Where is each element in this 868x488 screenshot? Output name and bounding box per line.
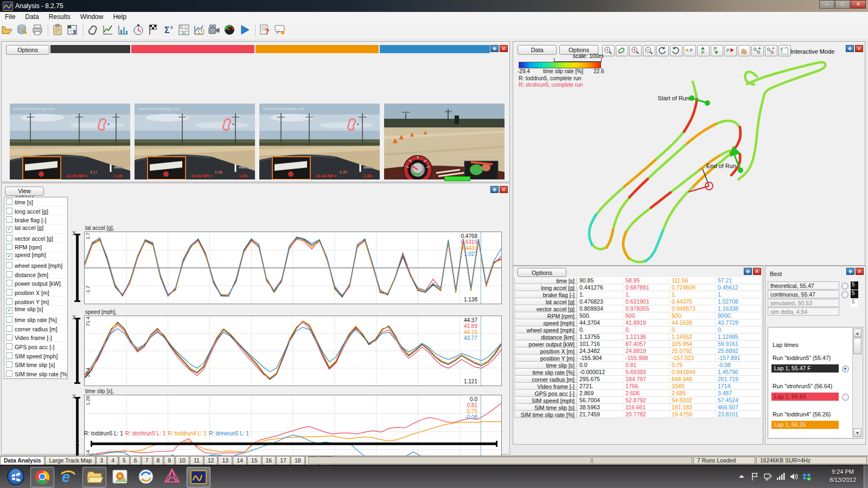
row-label[interactable]: time [s] bbox=[514, 277, 577, 284]
interactive-mode-checkbox[interactable]: Interactive Mode bbox=[780, 47, 834, 55]
view-options-button[interactable]: View options bbox=[5, 187, 44, 196]
checkbox[interactable] bbox=[6, 316, 12, 323]
analysis-app-icon[interactable] bbox=[187, 467, 210, 487]
flag-icon[interactable] bbox=[750, 472, 760, 481]
panel-move-icon[interactable]: ✥ bbox=[846, 45, 854, 52]
start-orb-icon[interactable] bbox=[4, 467, 27, 486]
scroll-thumb[interactable] bbox=[853, 338, 861, 354]
view-option-item[interactable]: corner radius [m] bbox=[4, 324, 67, 333]
view-option-item[interactable]: time slip rate [%] bbox=[4, 315, 67, 324]
view-option-item[interactable]: SIM speed [mph] bbox=[4, 351, 67, 361]
maximize-button[interactable]: □ bbox=[835, 0, 850, 9]
panel-move-icon[interactable]: ✥ bbox=[490, 45, 499, 52]
lap-times-scrollbar[interactable]: ▲ ▼ bbox=[852, 328, 862, 438]
interactive-mode-box[interactable] bbox=[782, 48, 788, 54]
row-label[interactable]: RPM [rpm] bbox=[514, 312, 577, 319]
minimize-button[interactable]: ─ bbox=[819, 0, 834, 9]
view-option-item[interactable]: SIM time slip [s] bbox=[4, 360, 67, 369]
track-edit-icon[interactable] bbox=[86, 23, 100, 37]
lap-bar[interactable]: Lap 1, 56.26 bbox=[771, 421, 839, 429]
volume-icon[interactable] bbox=[789, 472, 799, 481]
panel-close-icon[interactable]: ✕ bbox=[500, 45, 508, 52]
row-label[interactable]: long accel [g] bbox=[514, 284, 577, 291]
view-option-item[interactable]: wheel speed [mph] bbox=[4, 261, 67, 270]
view-option-item[interactable]: position Y [m] bbox=[4, 297, 67, 306]
tab-10[interactable]: 10 bbox=[175, 456, 189, 465]
chrome-icon[interactable] bbox=[30, 467, 54, 487]
tab-7[interactable]: 7 bbox=[142, 456, 152, 465]
sync-icon[interactable] bbox=[135, 467, 157, 486]
view-option-item[interactable]: long accel [g] bbox=[4, 207, 67, 216]
show-desktop-button[interactable] bbox=[864, 465, 868, 488]
checkbox[interactable] bbox=[6, 262, 12, 268]
tab-16[interactable]: 16 bbox=[262, 456, 276, 465]
clipboard-icon[interactable] bbox=[51, 23, 65, 37]
stopwatch-icon[interactable] bbox=[132, 23, 146, 37]
checkbox[interactable] bbox=[6, 361, 12, 368]
panel-move-icon[interactable]: ✥ bbox=[744, 268, 752, 275]
video-camera-icon[interactable] bbox=[208, 23, 222, 37]
checkbox[interactable] bbox=[6, 280, 12, 286]
row-label[interactable]: SIM time slip rate [%] bbox=[514, 411, 577, 418]
bar-chart-icon[interactable] bbox=[117, 23, 131, 37]
gauge-icon[interactable] bbox=[223, 23, 237, 37]
checkbox[interactable] bbox=[6, 298, 12, 305]
best-radio[interactable] bbox=[841, 282, 848, 290]
open-file-icon[interactable] bbox=[1, 23, 15, 37]
row-label[interactable]: GPS pos acc [-] bbox=[514, 390, 577, 397]
view-option-item[interactable]: GPS pos acc [-] bbox=[4, 342, 67, 351]
play-run-icon[interactable] bbox=[238, 23, 252, 37]
tab-4[interactable]: 4 bbox=[107, 456, 118, 465]
panel-close-icon[interactable]: ✕ bbox=[753, 268, 761, 275]
lap-radio[interactable] bbox=[842, 365, 849, 373]
checkbox[interactable] bbox=[6, 289, 12, 296]
view-option-item[interactable]: brake flag [-] bbox=[4, 215, 67, 224]
chart-plot[interactable]: 0.47680.63190.44371.0271.138 bbox=[84, 232, 502, 304]
finish-flag-icon[interactable] bbox=[147, 23, 161, 37]
row-label[interactable]: position Y [m] bbox=[514, 355, 577, 362]
view-option-item[interactable]: RPM [rpm] bbox=[4, 242, 67, 252]
mesh-app-icon[interactable] bbox=[161, 467, 183, 486]
tab-8[interactable]: 8 bbox=[153, 456, 164, 465]
internet-explorer-icon[interactable]: e bbox=[56, 467, 79, 486]
track-map[interactable]: Start of RunEnd of Run bbox=[514, 55, 864, 265]
checkbox[interactable]: ✓ bbox=[6, 307, 12, 314]
photo-viewer-icon[interactable] bbox=[108, 467, 131, 486]
row-label[interactable]: wheel speed [mph] bbox=[514, 326, 577, 333]
panel-close-icon[interactable]: ✕ bbox=[500, 186, 508, 193]
checkbox[interactable]: ✓ bbox=[6, 253, 12, 260]
x-axis-scrollbar[interactable]: X bbox=[75, 439, 504, 449]
panel-move-icon[interactable]: ✥ bbox=[846, 268, 854, 275]
signal-bars-icon[interactable] bbox=[776, 472, 786, 481]
dropbox-icon[interactable] bbox=[802, 472, 812, 481]
row-label[interactable]: time slip [s] bbox=[514, 362, 577, 369]
panel-move-icon[interactable]: ✥ bbox=[490, 186, 499, 193]
scroll-down-icon[interactable]: ▼ bbox=[853, 428, 861, 437]
row-label[interactable]: brake flag [-] bbox=[514, 291, 577, 298]
run4-color-bar[interactable] bbox=[380, 45, 490, 53]
view-option-item[interactable]: ✓time slip [s] bbox=[4, 306, 67, 315]
table-options-button[interactable]: Options bbox=[518, 268, 566, 277]
run2-color-bar[interactable] bbox=[131, 45, 254, 53]
tab-17[interactable]: 17 bbox=[276, 456, 290, 465]
tab-15[interactable]: 15 bbox=[247, 456, 261, 465]
view-option-item[interactable]: power output [kW] bbox=[4, 279, 67, 288]
grid-report-icon[interactable]: 376 bbox=[177, 23, 192, 37]
sigma-math-icon[interactable]: Σ2 bbox=[162, 23, 176, 37]
tab-9[interactable]: 9 bbox=[164, 456, 175, 465]
checkbox[interactable] bbox=[6, 343, 12, 350]
x-range-bar[interactable] bbox=[91, 442, 497, 445]
row-label[interactable]: speed [mph] bbox=[514, 319, 577, 326]
panel-close-icon[interactable]: ✕ bbox=[855, 45, 863, 52]
tab-14[interactable]: 14 bbox=[233, 456, 247, 465]
tab-large-track-map[interactable]: Large Track Map bbox=[45, 456, 95, 465]
view-option-item[interactable]: time [s] bbox=[4, 197, 67, 207]
network-plug-icon[interactable] bbox=[763, 472, 773, 481]
lap-radio[interactable] bbox=[842, 394, 849, 401]
explorer-folder-icon[interactable] bbox=[82, 467, 106, 487]
video-thumbnail-2[interactable]: www.oversteergarage.com10.41 NP-I6.481.0… bbox=[135, 104, 255, 179]
print-icon[interactable] bbox=[31, 23, 45, 37]
chart-clock-icon[interactable] bbox=[193, 23, 207, 37]
row-label[interactable]: SIM speed [mph] bbox=[514, 397, 577, 404]
checkbox[interactable]: ✓ bbox=[6, 226, 12, 233]
